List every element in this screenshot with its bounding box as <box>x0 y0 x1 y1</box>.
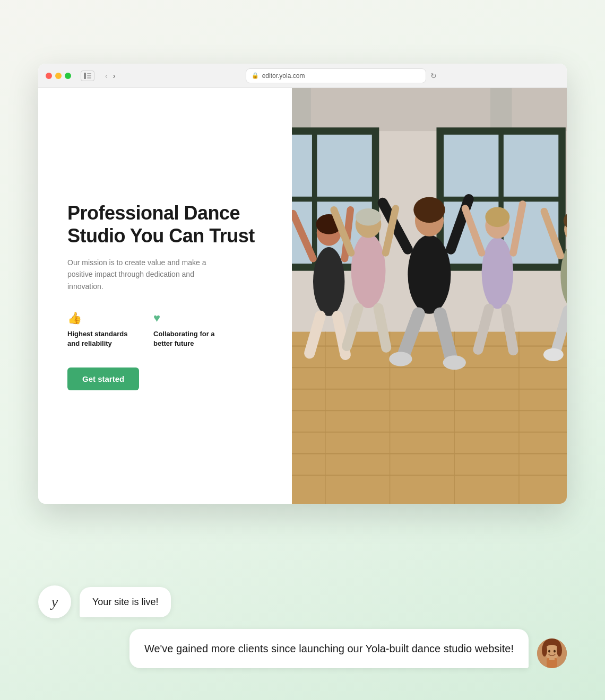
svg-rect-1 <box>87 73 91 74</box>
svg-point-47 <box>389 352 412 366</box>
maximize-button[interactable] <box>65 73 71 79</box>
yola-logo-letter: y <box>51 593 58 610</box>
svg-rect-2 <box>87 75 91 76</box>
yola-logo-avatar: y <box>38 585 71 618</box>
svg-point-77 <box>543 348 564 361</box>
feature-item-2: ♥ Collaborating for a better future <box>153 311 222 348</box>
browser-toolbar: ‹ › 🔒 editor.yola.com ↻ <box>38 64 567 88</box>
svg-point-58 <box>356 208 382 225</box>
svg-point-40 <box>408 235 451 314</box>
thumbs-up-icon: 👍 <box>67 311 136 325</box>
lock-icon: 🔒 <box>252 72 259 79</box>
dance-studio-image: Unsplash <box>292 88 567 504</box>
chat-row-right: We've gained more clients since launchin… <box>129 629 567 668</box>
svg-point-56 <box>351 233 386 308</box>
minimize-button[interactable] <box>55 73 62 79</box>
svg-point-85 <box>554 650 556 653</box>
svg-point-65 <box>485 207 509 227</box>
chat-area: y Your site is live! We've gained more c… <box>38 585 567 668</box>
chat-bubble-1: Your site is live! <box>80 587 171 617</box>
browser-window: ‹ › 🔒 editor.yola.com ↻ Professional Dan… <box>38 64 567 504</box>
left-panel: Professional Dance Studio You Can Trust … <box>38 88 292 504</box>
svg-rect-87 <box>549 656 555 660</box>
url-text: editor.yola.com <box>262 72 305 80</box>
features-row: 👍 Highest standards and reliability ♥ Co… <box>67 311 265 348</box>
close-button[interactable] <box>46 73 52 79</box>
svg-point-63 <box>482 237 513 309</box>
back-arrow-button[interactable]: ‹ <box>103 71 110 81</box>
hero-title: Professional Dance Studio You Can Trust <box>67 202 265 247</box>
heart-icon: ♥ <box>153 311 222 325</box>
address-bar[interactable]: 🔒 editor.yola.com <box>246 68 426 83</box>
get-started-button[interactable]: Get started <box>67 368 139 390</box>
svg-line-69 <box>506 309 514 350</box>
svg-rect-8 <box>292 332 567 504</box>
svg-point-42 <box>413 197 445 223</box>
user-avatar <box>537 638 567 668</box>
sidebar-toggle-button[interactable] <box>81 71 94 81</box>
svg-point-89 <box>557 644 562 657</box>
hero-subtitle: Our mission is to create value and make … <box>67 257 227 292</box>
svg-point-84 <box>548 650 550 653</box>
forward-arrow-button[interactable]: › <box>111 71 118 81</box>
feature-label-2: Collaborating for a better future <box>153 329 222 348</box>
svg-rect-5 <box>292 88 567 131</box>
feature-label-1: Highest standards and reliability <box>67 329 136 348</box>
svg-point-48 <box>443 355 466 370</box>
svg-rect-3 <box>87 77 91 78</box>
svg-point-88 <box>542 644 547 657</box>
chat-bubble-2: We've gained more clients since launchin… <box>129 629 529 668</box>
feature-item-1: 👍 Highest standards and reliability <box>67 311 136 348</box>
nav-arrows: ‹ › <box>103 71 117 81</box>
chat-row-left: y Your site is live! <box>38 585 567 618</box>
reload-button[interactable]: ↻ <box>430 72 437 80</box>
traffic-lights <box>46 73 71 79</box>
svg-point-49 <box>313 247 344 316</box>
svg-rect-0 <box>84 73 86 79</box>
browser-content: Professional Dance Studio You Can Trust … <box>38 88 567 504</box>
address-bar-container: 🔒 editor.yola.com ↻ <box>123 68 559 83</box>
